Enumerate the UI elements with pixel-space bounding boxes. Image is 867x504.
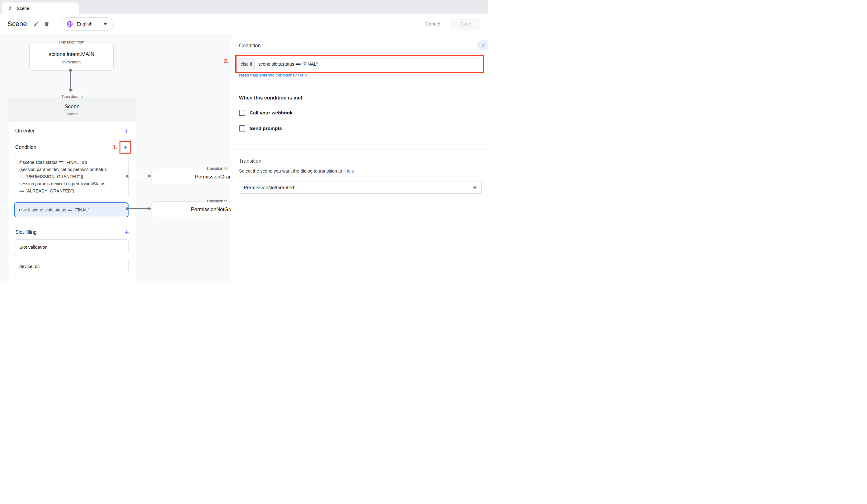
transition-description: Select the scene you want the dialog to … xyxy=(239,168,354,174)
call-webhook-option[interactable]: Call your webhook xyxy=(239,110,292,116)
send-prompts-option[interactable]: Send prompts xyxy=(239,125,282,132)
delete-scene-button[interactable] xyxy=(44,21,50,27)
header-bar: Scene English Cancel Save xyxy=(0,14,488,34)
transition-from-legend: Transition from xyxy=(56,40,87,44)
condition-label: Condition xyxy=(15,145,113,150)
merge-arrow-icon xyxy=(8,6,13,11)
selected-scene-value: PermissionNotGranted xyxy=(244,185,294,190)
connector-line xyxy=(127,208,149,209)
add-slot-button[interactable]: + xyxy=(122,228,131,237)
scene-card: Transition to Scene Scene On enter + Con… xyxy=(8,97,136,284)
when-met-heading: When this condition is met xyxy=(239,95,302,101)
transition-to-legend: Transition to xyxy=(204,199,230,203)
divider xyxy=(231,85,488,85)
slot-filling-label: Slot filling xyxy=(15,229,122,235)
else-if-tag: else if xyxy=(238,58,254,70)
connector-dot xyxy=(69,69,72,72)
tab-strip: Scene xyxy=(0,0,488,14)
call-webhook-checkbox[interactable] xyxy=(239,110,245,116)
slot-filling-section-header: Slot filling + xyxy=(8,225,136,239)
divider xyxy=(8,278,136,282)
trash-icon xyxy=(44,21,50,27)
language-selector[interactable]: English xyxy=(61,18,114,31)
scene-card-title: Scene xyxy=(8,103,136,110)
condition-help-text: Need help entering conditions? Help xyxy=(239,73,307,77)
save-button[interactable]: Save xyxy=(451,18,481,30)
slot-deviceloc-item[interactable]: deviceLoc xyxy=(14,259,129,274)
intent-type: Invocation xyxy=(30,60,113,64)
transition-from-box[interactable]: Transition from actions.intent.MAIN Invo… xyxy=(29,43,114,70)
connector-line xyxy=(70,70,71,89)
caret-down-icon xyxy=(473,187,477,189)
send-prompts-label: Send prompts xyxy=(249,125,282,131)
arrow-right-icon xyxy=(148,207,152,210)
condition-editor-panel: Condition 2. else if Need help entering … xyxy=(231,34,488,284)
tab-scene[interactable]: Scene xyxy=(2,2,79,14)
transition-scene-select[interactable]: PermissionNotGranted xyxy=(239,182,482,194)
panel-condition-heading: Condition xyxy=(239,43,261,48)
chevron-right-icon xyxy=(480,42,487,49)
on-enter-label: On enter xyxy=(15,128,122,134)
transition-to-legend: Transition to xyxy=(204,166,230,171)
condition-item-2-selected[interactable]: else if scene.slots.status == "FINAL" xyxy=(14,202,129,217)
condition-item-1[interactable]: if scene.slots.status == "FINAL" && (ses… xyxy=(14,155,129,198)
condition-help-link[interactable]: Help xyxy=(298,73,307,77)
target-scene-name: PermissionNotGranted xyxy=(152,201,231,217)
arrow-down-icon xyxy=(69,89,73,92)
transition-target-permission-not-granted[interactable]: Transition to PermissionNotGranted xyxy=(152,201,231,217)
transition-heading: Transition xyxy=(239,158,261,164)
annotation-1-highlight-box: + xyxy=(119,141,131,154)
collapse-panel-button[interactable] xyxy=(477,41,488,50)
main-area: Transition from actions.intent.MAIN Invo… xyxy=(0,34,488,284)
add-condition-button[interactable]: + xyxy=(121,143,130,152)
condition-section-header: Condition 1. + xyxy=(8,140,136,155)
transition-target-permission-granted[interactable]: Transition to PermissionGranted xyxy=(152,169,231,184)
help-prompt: Need help entering conditions? xyxy=(239,73,297,77)
actions-builder-app: Scene Scene English Cancel Save Transiti… xyxy=(0,0,488,284)
annotation-1: 1. xyxy=(113,144,117,151)
annotation-2-highlight-box: else if xyxy=(235,55,484,73)
caret-down-icon xyxy=(103,23,107,25)
scene-card-header[interactable]: Scene Scene xyxy=(8,97,136,122)
connector-dot xyxy=(126,175,129,177)
globe-icon xyxy=(66,21,73,28)
pencil-icon xyxy=(33,21,39,27)
edit-scene-button[interactable] xyxy=(33,21,39,27)
language-label: English xyxy=(77,21,93,27)
cancel-button[interactable]: Cancel xyxy=(419,18,446,30)
page-title: Scene xyxy=(8,20,27,28)
call-webhook-label: Call your webhook xyxy=(249,110,292,116)
on-enter-section: On enter + xyxy=(8,122,136,140)
transition-help-link[interactable]: Help xyxy=(344,168,354,174)
transition-description-text: Select the scene you want the dialog to … xyxy=(239,168,343,174)
connector-dot xyxy=(126,207,129,210)
scene-card-subtitle: Scene xyxy=(8,112,136,116)
divider xyxy=(8,217,136,225)
condition-expression-input[interactable] xyxy=(254,58,481,70)
connector-line xyxy=(127,176,149,176)
add-on-enter-button[interactable]: + xyxy=(122,127,131,135)
transition-to-legend: Transition to xyxy=(59,95,85,99)
scene-graph-canvas: Transition from actions.intent.MAIN Invo… xyxy=(0,34,231,284)
tab-label: Scene xyxy=(17,6,29,11)
slot-validation-item[interactable]: Slot validation xyxy=(14,239,129,255)
target-scene-name: PermissionGranted xyxy=(152,169,231,184)
arrow-right-icon xyxy=(148,174,152,177)
divider xyxy=(231,150,488,150)
intent-name: actions.intent.MAIN xyxy=(30,51,113,57)
send-prompts-checkbox[interactable] xyxy=(239,125,245,132)
annotation-2: 2. xyxy=(224,57,229,65)
